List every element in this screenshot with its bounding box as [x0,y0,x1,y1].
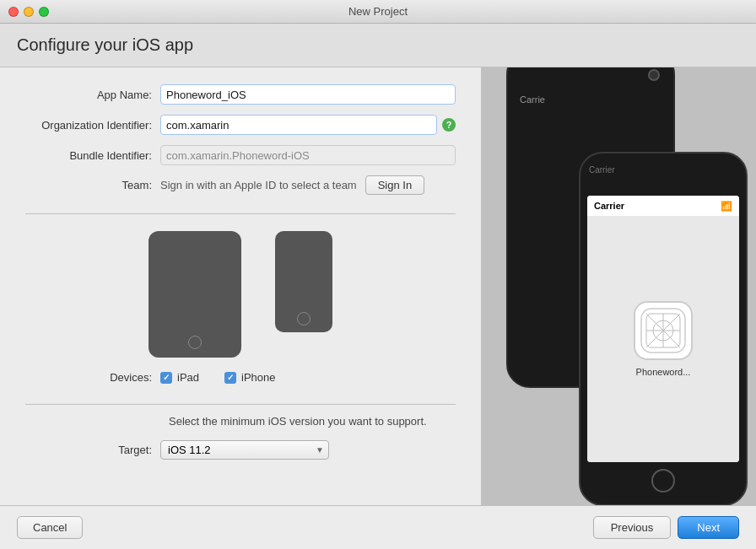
navigation-buttons: Previous Next [593,516,739,539]
iphone-check-item: iPhone [224,371,275,384]
next-button[interactable]: Next [678,516,739,539]
iphone-icon [275,231,332,332]
minimize-button[interactable] [24,7,34,17]
app-name-label: Phoneword... [636,367,691,377]
ipad-home-btn [188,336,202,349]
app-icon-svg [638,305,688,356]
wifi-icon: 📶 [721,201,732,212]
target-select-wrapper: iOS 11.2 iOS 11.0 iOS 10.3 iOS 10.0 ▼ [160,440,329,460]
back-camera-icon [648,69,660,81]
app-name-label: App Name: [25,89,160,101]
org-id-group: Organization Identifier: ? [25,115,456,135]
phone-content: Phoneword... [587,216,739,462]
main-window: Configure your iOS app App Name: Organiz… [0,24,756,549]
org-id-input[interactable] [160,115,437,135]
iphone-check-label: iPhone [241,371,275,384]
ipad-check-item: iPad [160,371,199,384]
home-button [651,469,675,492]
org-id-label: Organization Identifier: [25,119,160,132]
app-icon [634,301,693,360]
help-icon[interactable]: ? [442,118,456,132]
title-bar: New Project [0,0,756,24]
team-group: Team: Sign in with an Apple ID to select… [25,175,456,195]
target-info-text: Select the minimum iOS version you want … [169,413,456,430]
cancel-button[interactable]: Cancel [17,516,83,539]
app-name-input[interactable] [160,84,456,105]
iphone-device-item [275,231,332,358]
close-button[interactable] [8,7,19,17]
phone-screen: Carrier 📶 [587,196,739,462]
separator-1 [25,213,456,214]
page-title: Configure your iOS app [17,35,739,55]
ipad-device-item [148,231,241,358]
bundle-id-label: Bundle Identifier: [25,149,160,162]
left-panel: App Name: Organization Identifier: ? Bun… [0,67,481,505]
separator-2 [25,404,456,405]
right-panel: Carrie Carrier Carrier 📶 [481,67,756,505]
devices-row: Devices: iPad iPhone [25,371,456,384]
team-label: Team: [25,179,160,191]
carrier-label: Carrier [594,201,624,211]
ipad-checkbox[interactable] [160,372,172,384]
target-select[interactable]: iOS 11.2 iOS 11.0 iOS 10.3 iOS 10.0 [160,440,329,460]
ipad-check-label: iPad [177,371,199,384]
target-label: Target: [25,444,160,456]
page-header: Configure your iOS app [0,24,756,67]
maximize-button[interactable] [39,7,49,17]
iphone-home-btn [297,312,310,326]
content-area: App Name: Organization Identifier: ? Bun… [0,67,756,505]
target-row: Target: iOS 11.2 iOS 11.0 iOS 10.3 iOS 1… [25,440,456,460]
bundle-id-input [160,145,456,165]
ipad-icon [148,231,241,358]
back-carrier-text: Carrie [520,94,545,105]
window-title: New Project [348,5,408,18]
team-text: Sign in with an Apple ID to select a tea… [160,179,357,191]
sign-in-button[interactable]: Sign In [365,175,424,195]
device-icons-section [25,231,456,358]
window-controls [8,7,49,17]
bottom-bar: Cancel Previous Next [0,505,756,549]
front-carrier-label: Carrier [589,165,615,175]
iphone-checkbox[interactable] [224,372,236,384]
devices-label: Devices: [25,371,160,384]
status-bar: Carrier 📶 [587,196,739,216]
device-preview-front: Carrier Carrier 📶 [579,152,748,505]
previous-button[interactable]: Previous [593,516,672,539]
app-name-group: App Name: [25,84,456,105]
bundle-id-group: Bundle Identifier: [25,145,456,165]
